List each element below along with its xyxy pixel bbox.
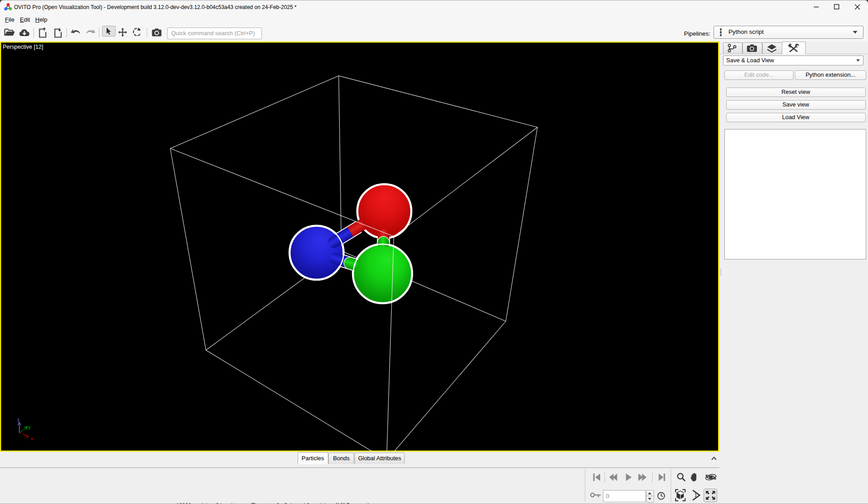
svg-text:y: y <box>28 425 31 430</box>
svg-text:Perspective [12]: Perspective [12] <box>3 44 43 50</box>
svg-text:x: x <box>31 436 33 441</box>
svg-text:z: z <box>17 417 19 422</box>
